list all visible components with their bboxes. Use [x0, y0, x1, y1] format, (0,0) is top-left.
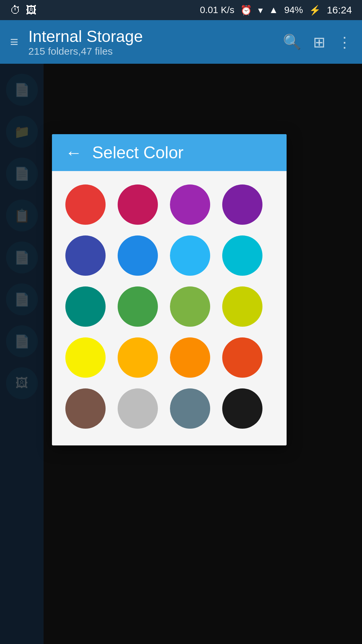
menu-button[interactable]: ≡ — [10, 34, 18, 50]
header-actions: 🔍 ⊞ ⋮ — [283, 33, 352, 51]
dialog-body — [52, 171, 287, 445]
color-option-grey[interactable] — [118, 388, 158, 429]
color-option-light-green[interactable] — [170, 286, 210, 327]
color-option-amber[interactable] — [118, 337, 158, 378]
alarm-icon: ⏰ — [240, 5, 252, 16]
color-option-crimson[interactable] — [118, 184, 158, 225]
dialog-back-button[interactable]: ← — [65, 143, 82, 162]
color-option-deep-orange[interactable] — [222, 337, 262, 378]
app-header: ≡ Internal Storage 215 folders,47 files … — [0, 20, 362, 64]
status-bar: ⏱ 🖼 0.01 K/s ⏰ ▾ ▲ 94% ⚡ 16:24 — [0, 0, 362, 20]
color-option-purple-dark[interactable] — [222, 184, 262, 225]
color-option-blue-grey[interactable] — [170, 388, 210, 429]
status-bar-right: 0.01 K/s ⏰ ▾ ▲ 94% ⚡ 16:24 — [200, 4, 352, 16]
color-option-green[interactable] — [118, 286, 158, 327]
color-grid — [65, 184, 273, 429]
color-option-purple-medium[interactable] — [170, 184, 210, 225]
dialog-header: ← Select Color — [52, 134, 287, 171]
header-title-area: Internal Storage 215 folders,47 files — [28, 27, 283, 57]
network-speed: 0.01 K/s — [200, 5, 234, 15]
page-subtitle: 215 folders,47 files — [28, 46, 283, 57]
wifi-icon: ▾ — [258, 5, 263, 16]
color-option-red[interactable] — [65, 184, 106, 225]
clock: 16:24 — [327, 4, 352, 16]
signal-icon: ▲ — [269, 5, 278, 15]
charging-icon: ⚡ — [309, 5, 321, 16]
color-option-yellow[interactable] — [65, 337, 106, 378]
image-icon: 🖼 — [26, 4, 37, 16]
battery-level: 94% — [284, 5, 303, 15]
timer-icon: ⏱ — [10, 4, 21, 16]
more-options-button[interactable]: ⋮ — [337, 34, 352, 51]
color-option-orange[interactable] — [170, 337, 210, 378]
color-option-brown[interactable] — [65, 388, 106, 429]
color-option-black[interactable] — [222, 388, 262, 429]
search-button[interactable]: 🔍 — [283, 33, 301, 51]
color-select-dialog: ← Select Color — [52, 134, 287, 445]
dialog-title: Select Color — [92, 143, 183, 162]
color-option-lime[interactable] — [222, 286, 262, 327]
color-option-light-blue[interactable] — [170, 235, 210, 276]
color-option-teal[interactable] — [65, 286, 106, 327]
color-option-cyan[interactable] — [222, 235, 262, 276]
grid-view-button[interactable]: ⊞ — [313, 34, 325, 51]
status-bar-left-icons: ⏱ 🖼 — [10, 4, 37, 16]
color-option-indigo[interactable] — [65, 235, 106, 276]
color-option-blue[interactable] — [118, 235, 158, 276]
page-title: Internal Storage — [28, 27, 283, 46]
